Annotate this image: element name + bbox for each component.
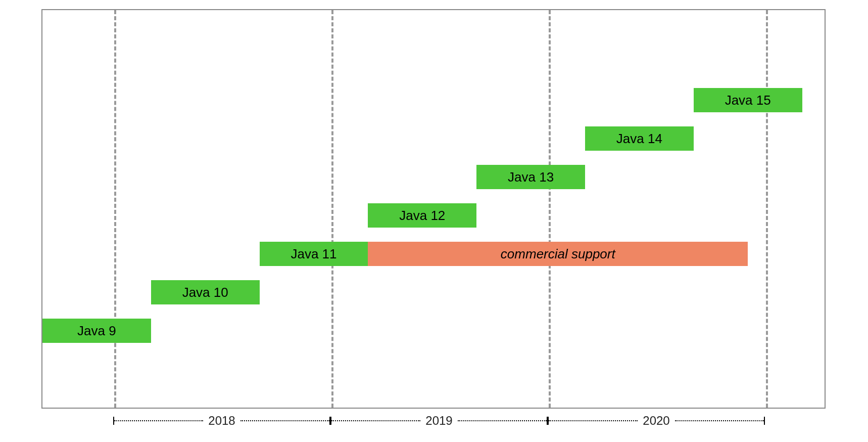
bar-java-11: Java 11 [260, 242, 368, 266]
chart-plot-area: Java 9Java 10Java 11commercial supportJa… [41, 9, 826, 409]
year-label: 2019 [420, 414, 457, 428]
bar-label: Java 10 [182, 285, 228, 300]
bar-java-9: Java 9 [42, 319, 151, 343]
year-divider [114, 10, 116, 408]
year-label: 2020 [638, 414, 674, 428]
bar-label: Java 13 [508, 169, 554, 185]
bar-java-13: Java 13 [476, 165, 585, 189]
bar-java-12: Java 12 [368, 203, 476, 228]
bar-label: commercial support [501, 246, 615, 262]
year-divider [331, 10, 333, 408]
bar-label: Java 15 [725, 93, 771, 108]
year-bracket: 2020 [548, 414, 765, 428]
year-divider [549, 10, 551, 408]
year-bracket: 2019 [330, 414, 548, 428]
bar-java-15: Java 15 [694, 88, 802, 112]
bar-commercial-support: commercial support [368, 242, 748, 266]
bar-label: Java 12 [399, 208, 445, 224]
bar-java-14: Java 14 [585, 126, 694, 151]
year-label: 2018 [203, 414, 240, 428]
bar-label: Java 9 [77, 323, 116, 339]
bar-java-10: Java 10 [151, 280, 260, 304]
x-axis: 201820192020 [41, 414, 826, 430]
year-divider [766, 10, 768, 408]
year-bracket: 2018 [113, 414, 330, 428]
bar-label: Java 14 [616, 131, 662, 147]
bar-label: Java 11 [291, 246, 336, 262]
